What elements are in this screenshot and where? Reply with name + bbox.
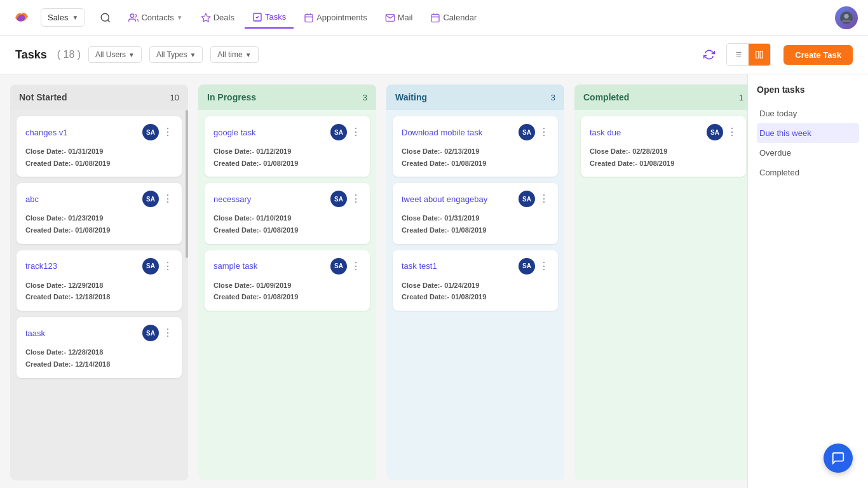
view-toggle — [726, 43, 771, 66]
filter-all-types[interactable]: All Types ▼ — [149, 46, 203, 63]
task-title[interactable]: Download mobile task — [402, 128, 482, 137]
avatar: SA — [519, 191, 535, 207]
task-meta: Close Date:- 02/13/2019 Created Date:- 0… — [402, 146, 549, 169]
panel-item-due-this-week[interactable]: Due this week — [757, 123, 859, 143]
mail-label: Mail — [398, 13, 413, 22]
column-in-progress: In Progress 3 google task SA ⋮ Close Dat… — [198, 85, 376, 480]
nav-contacts[interactable]: Contacts ▼ — [121, 8, 190, 28]
avatar: SA — [142, 191, 159, 207]
workspace-label: Sales — [48, 13, 69, 22]
kanban-area: Not Started 10 changes v1 SA ⋮ Close Dat… — [0, 74, 747, 488]
task-more-button[interactable]: ⋮ — [163, 261, 173, 271]
task-meta: Close Date:- 01/12/2019 Created Date:- 0… — [214, 146, 361, 169]
task-more-button[interactable]: ⋮ — [727, 127, 737, 137]
table-row: necessary SA ⋮ Close Date:- 01/10/2019 C… — [205, 183, 370, 243]
avatar: SA — [519, 124, 535, 140]
task-meta: Close Date:- 02/28/2019 Created Date:- 0… — [590, 146, 737, 169]
task-more-button[interactable]: ⋮ — [539, 194, 549, 204]
col-in-progress-count: 3 — [363, 93, 367, 102]
column-completed: Completed 1 task due SA ⋮ Close Date:- 0… — [574, 85, 747, 480]
task-meta: Close Date:- 01/09/2019 Created Date:- 0… — [214, 280, 361, 303]
deals-label: Deals — [214, 13, 234, 22]
filter-all-users[interactable]: All Users ▼ — [88, 46, 142, 63]
contacts-chevron: ▼ — [177, 14, 183, 21]
task-more-button[interactable]: ⋮ — [351, 261, 361, 271]
task-title[interactable]: task due — [590, 128, 621, 137]
column-waiting-header: Waiting 3 — [386, 85, 564, 110]
task-title[interactable]: abc — [25, 194, 39, 204]
app-logo[interactable] — [10, 5, 33, 30]
task-title[interactable]: task test1 — [402, 261, 437, 271]
task-more-button[interactable]: ⋮ — [351, 194, 361, 204]
list-view-button[interactable] — [727, 44, 749, 65]
svg-line-2 — [108, 20, 110, 22]
column-not-started: Not Started 10 changes v1 SA ⋮ Close Dat… — [10, 85, 188, 480]
task-title[interactable]: google task — [214, 128, 256, 137]
task-meta: Close Date:- 01/10/2019 Created Date:- 0… — [214, 212, 361, 236]
filter-time-label: All time — [217, 50, 242, 59]
task-count: ( 18 ) — [57, 49, 81, 60]
column-completed-body: task due SA ⋮ Close Date:- 02/28/2019 Cr… — [574, 110, 747, 480]
nav-tasks[interactable]: Tasks — [245, 7, 294, 29]
table-row: task test1 SA ⋮ Close Date:- 01/24/2019 … — [393, 250, 558, 311]
task-title[interactable]: track123 — [25, 261, 57, 271]
column-not-started-body: changes v1 SA ⋮ Close Date:- 01/31/2019 … — [10, 110, 188, 480]
task-more-button[interactable]: ⋮ — [539, 127, 549, 137]
nav-deals[interactable]: Deals — [193, 8, 242, 28]
avatar: SA — [330, 124, 347, 140]
chat-button[interactable] — [824, 444, 853, 473]
nav-appointments[interactable]: Appointments — [296, 8, 375, 28]
workspace-chevron: ▼ — [72, 14, 79, 21]
task-more-button[interactable]: ⋮ — [163, 328, 173, 338]
filter-all-time[interactable]: All time ▼ — [210, 46, 258, 63]
col-completed-title: Completed — [583, 92, 629, 102]
col-completed-count: 1 — [739, 93, 743, 102]
panel-item-completed[interactable]: Completed — [757, 163, 859, 182]
task-title[interactable]: sample task — [214, 261, 257, 271]
main-content: Not Started 10 changes v1 SA ⋮ Close Dat… — [0, 74, 868, 488]
avatar: SA — [142, 258, 159, 274]
filter-users-label: All Users — [95, 50, 126, 59]
task-more-button[interactable]: ⋮ — [163, 127, 173, 137]
appointments-label: Appointments — [316, 13, 367, 22]
task-title[interactable]: changes v1 — [25, 128, 68, 137]
column-waiting-body: Download mobile task SA ⋮ Close Date:- 0… — [386, 110, 564, 480]
task-title[interactable]: tweet about engagebay — [402, 194, 487, 204]
panel-item-due-today[interactable]: Due today — [757, 104, 859, 123]
task-meta: Close Date:- 12/29/2018 Created Date:- 1… — [25, 280, 173, 303]
task-more-button[interactable]: ⋮ — [163, 194, 173, 204]
right-panel: Open tasks Due today Due this week Overd… — [747, 74, 868, 488]
filter-users-chevron: ▼ — [128, 51, 135, 58]
panel-item-overdue[interactable]: Overdue — [757, 143, 859, 163]
refresh-button[interactable] — [700, 45, 719, 64]
nav-mail[interactable]: Mail — [377, 8, 421, 28]
table-row: track123 SA ⋮ Close Date:- 12/29/2018 Cr… — [17, 250, 182, 311]
user-avatar[interactable] — [835, 6, 858, 29]
col-waiting-count: 3 — [551, 93, 555, 102]
workspace-selector[interactable]: Sales ▼ — [41, 8, 85, 27]
task-meta: Close Date:- 01/23/2019 Created Date:- 0… — [25, 212, 173, 236]
task-more-button[interactable]: ⋮ — [539, 261, 549, 271]
table-row: task due SA ⋮ Close Date:- 02/28/2019 Cr… — [581, 116, 746, 177]
task-meta: Close Date:- 01/31/2019 Created Date:- 0… — [25, 146, 173, 169]
filter-types-chevron: ▼ — [189, 51, 196, 58]
page-header: Tasks ( 18 ) All Users ▼ All Types ▼ All… — [0, 36, 868, 74]
task-title[interactable]: taask — [25, 329, 45, 338]
tasks-label: Tasks — [265, 12, 286, 22]
column-in-progress-header: In Progress 3 — [198, 85, 376, 110]
task-more-button[interactable]: ⋮ — [351, 127, 361, 137]
kanban-view-button[interactable] — [749, 44, 770, 65]
nav-calendar[interactable]: Calendar — [423, 8, 484, 28]
task-title[interactable]: necessary — [214, 194, 251, 204]
table-row: sample task SA ⋮ Close Date:- 01/09/2019… — [205, 250, 370, 311]
filter-time-chevron: ▼ — [245, 51, 252, 58]
filter-types-label: All Types — [156, 50, 187, 59]
column-completed-header: Completed 1 — [574, 85, 747, 110]
page-title: Tasks — [15, 48, 47, 62]
table-row: taask SA ⋮ Close Date:- 12/28/2018 Creat… — [17, 317, 182, 377]
calendar-label: Calendar — [443, 13, 477, 22]
avatar: SA — [142, 124, 159, 140]
create-task-button[interactable]: Create Task — [783, 45, 853, 65]
search-button[interactable] — [95, 8, 116, 28]
svg-rect-21 — [756, 51, 759, 58]
